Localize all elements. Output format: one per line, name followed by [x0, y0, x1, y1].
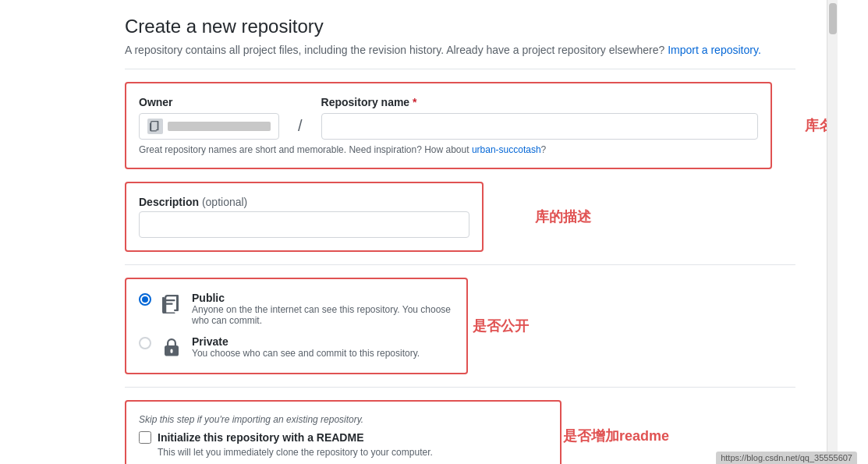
owner-repo-section: 库名 Owner / Repository name * [125, 82, 772, 169]
public-description: Anyone on the the internet can see this … [192, 304, 454, 326]
readme-checkbox-row[interactable]: Initialize this repository with a README [139, 431, 547, 444]
public-icon [159, 292, 184, 317]
optional-text: (optional) [202, 196, 247, 208]
owner-field: Owner [139, 96, 279, 140]
repo-name-input[interactable] [321, 113, 758, 140]
readme-annotation: 是否增加readme [563, 427, 669, 445]
readme-hint: This will let you immediately clone the … [158, 447, 547, 458]
repo-label: Repository name * [321, 96, 758, 108]
page-title: Create a new repository [125, 16, 795, 37]
skip-text: Skip this step if you're importing an ex… [139, 414, 547, 425]
visibility-section: 是否公开 Public Anyone on the the internet c… [125, 278, 468, 374]
description-input[interactable] [139, 211, 469, 238]
field-group: Owner / Repository name * [139, 96, 758, 140]
private-description: You choose who can see and commit to thi… [192, 348, 420, 359]
divider-2 [125, 264, 795, 265]
private-icon [159, 335, 184, 360]
public-text: Public Anyone on the the internet can se… [192, 292, 454, 326]
repo-hint: Great repository names are short and mem… [139, 144, 758, 155]
svg-rect-1 [166, 303, 173, 305]
scrollbar[interactable] [827, 0, 838, 464]
slash-divider: / [298, 117, 303, 135]
owner-name-blur [168, 122, 271, 131]
divider-3 [125, 387, 795, 388]
readme-label[interactable]: Initialize this repository with a README [158, 431, 363, 444]
suggestion-link[interactable]: urban-succotash [472, 144, 541, 155]
svg-rect-0 [166, 299, 175, 301]
private-radio[interactable] [139, 337, 151, 349]
private-text: Private You choose who can see and commi… [192, 335, 420, 359]
readme-section: 是否增加readme Skip this step if you're impo… [125, 400, 562, 464]
private-option[interactable]: Private You choose who can see and commi… [139, 335, 454, 360]
url-bar: https://blog.csdn.net/qq_35555607 [716, 452, 857, 464]
readme-checkbox[interactable] [139, 431, 151, 444]
description-section: 库的描述 Description (optional) [125, 182, 484, 252]
owner-input-wrapper[interactable] [139, 113, 279, 140]
divider-1 [125, 69, 795, 69]
required-star: * [413, 96, 416, 108]
public-label: Public [192, 292, 454, 304]
owner-avatar [147, 119, 163, 134]
page-subtitle: A repository contains all project files,… [125, 44, 795, 56]
public-option[interactable]: Public Anyone on the the internet can se… [139, 292, 454, 326]
owner-label: Owner [139, 96, 279, 108]
scrollbar-thumb[interactable] [829, 3, 837, 34]
description-annotation: 库的描述 [535, 207, 591, 226]
description-label: Description (optional) [139, 196, 469, 208]
repo-field: Repository name * [321, 96, 758, 140]
private-label: Private [192, 335, 420, 348]
public-radio[interactable] [139, 293, 151, 306]
import-link[interactable]: Import a repository. [668, 44, 761, 56]
visibility-annotation: 是否公开 [473, 317, 529, 335]
